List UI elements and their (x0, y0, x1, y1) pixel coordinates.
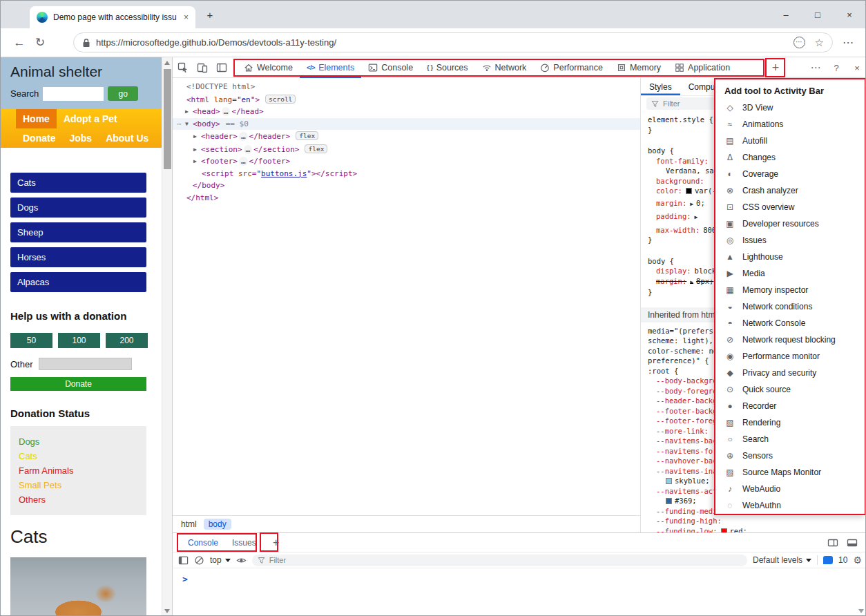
tree-node-footer[interactable]: ▶<footer>…</footer> (173, 155, 640, 168)
back-button[interactable]: ← (9, 36, 30, 50)
nav-link[interactable]: Donate (16, 128, 62, 148)
page-actions-icon[interactable]: ⋯ (793, 37, 805, 48)
context-selector[interactable]: top (210, 555, 231, 565)
menu-item[interactable]: ⊕ Sensors (715, 447, 865, 464)
tab-console-drawer[interactable]: Console (181, 533, 225, 552)
console-filter-input[interactable]: Filter (252, 555, 747, 566)
menu-item[interactable]: ▣ Developer resources (715, 215, 865, 232)
menu-item[interactable]: ≈ Animations (715, 116, 865, 133)
tab-performance[interactable]: Performance (533, 57, 610, 78)
menu-item[interactable]: ▧ Rendering (715, 414, 865, 431)
tab-styles[interactable]: Styles (641, 78, 680, 95)
console-prompt-area[interactable]: > (173, 568, 866, 616)
collapse-icon[interactable]: ▼ (185, 118, 193, 131)
expand-icon[interactable]: ▶ (185, 106, 193, 118)
tab-network[interactable]: Network (475, 57, 534, 78)
new-tab-button[interactable]: + (204, 9, 216, 21)
tree-node-header[interactable]: ▶<header>…</header>flex (173, 130, 640, 143)
shorthand-expand-icon[interactable]: ▶ (695, 214, 698, 220)
tab-console[interactable]: Console (361, 57, 420, 78)
donate-button[interactable]: Donate (10, 377, 146, 391)
menu-item[interactable]: ◌ WebAuthn (715, 497, 865, 514)
tab-close-icon[interactable]: × (184, 12, 189, 22)
nav-link[interactable]: Home (16, 109, 57, 128)
console-sidebar-icon[interactable] (178, 555, 189, 566)
color-swatch[interactable] (666, 498, 672, 504)
scroll-up-icon[interactable] (164, 61, 170, 65)
expand-icon[interactable]: ▶ (193, 155, 201, 168)
node-menu-icon[interactable]: ⋯ (177, 118, 185, 131)
flex-badge[interactable]: flex (296, 131, 318, 140)
other-amount-input[interactable] (39, 358, 132, 370)
address-bar[interactable]: https://microsoftedge.github.io/Demos/de… (73, 32, 833, 52)
menu-item[interactable]: ◐ Coverage (715, 166, 865, 182)
menu-item[interactable]: ⊗ Crash analyzer (715, 182, 865, 199)
tab-elements[interactable]: </> Elements (300, 57, 361, 78)
menu-item[interactable]: ● Recorder (715, 398, 865, 414)
menu-item[interactable]: ▲ Lighthouse (715, 249, 865, 265)
menu-item[interactable]: ◒ Network conditions (715, 298, 865, 315)
amount-button[interactable]: 200 (106, 333, 148, 348)
console-settings-gear-icon[interactable]: ⚙ (853, 555, 862, 566)
refresh-button[interactable]: ↻ (30, 35, 50, 50)
color-swatch[interactable] (686, 188, 692, 194)
style-declaration[interactable]: --funding-low:red; (648, 526, 866, 533)
add-drawer-tool-button[interactable]: + (269, 537, 284, 549)
category-button[interactable]: Dogs (10, 198, 146, 218)
menu-item[interactable]: ◓ Network Console (715, 315, 865, 331)
menu-item[interactable]: ◇ 3D View (715, 99, 865, 116)
expand-icon[interactable]: ▶ (193, 131, 201, 143)
breadcrumb-body[interactable]: body (204, 519, 231, 530)
menu-item[interactable]: ▦ Memory inspector (715, 282, 865, 298)
menu-item[interactable]: ▨ Source Maps Monitor (715, 464, 865, 481)
menu-item[interactable]: ⊙ Quick source (715, 381, 865, 398)
scroll-down-icon[interactable] (858, 609, 864, 613)
add-tool-button[interactable]: + (768, 59, 783, 76)
category-button[interactable]: Alpacas (10, 272, 146, 292)
focus-panel-icon[interactable] (213, 59, 231, 77)
category-button[interactable]: Sheep (10, 222, 146, 242)
scroll-badge[interactable]: scroll (265, 95, 296, 104)
inline-expand-icon[interactable]: … (239, 157, 248, 166)
scroll-down-icon[interactable] (164, 609, 170, 613)
expand-drawer-icon[interactable] (847, 537, 858, 548)
inline-expand-icon[interactable]: … (239, 132, 248, 141)
inline-expand-icon[interactable]: … (244, 145, 253, 154)
nav-link[interactable]: About Us (99, 128, 155, 148)
inspect-icon[interactable] (174, 59, 192, 77)
tree-node-head[interactable]: ▶<head>…</head> (173, 106, 640, 118)
shorthand-expand-icon[interactable]: ▶ (690, 201, 693, 207)
tree-node-body[interactable]: ⋯▼<body>== $0 (173, 118, 640, 131)
menu-item[interactable]: ▶ Media (715, 265, 865, 282)
amount-button[interactable]: 100 (58, 333, 100, 348)
nav-link[interactable]: Jobs (62, 128, 99, 148)
menu-item[interactable]: ◉ Performance monitor (715, 348, 865, 365)
devtools-help-icon[interactable]: ? (827, 57, 845, 78)
live-expression-eye-icon[interactable] (236, 555, 247, 566)
favorite-star-icon[interactable]: ☆ (815, 37, 824, 49)
menu-item[interactable]: ◎ Issues (715, 232, 865, 249)
menu-item[interactable]: ○ Search (715, 431, 865, 447)
tab-memory[interactable]: Memory (610, 57, 668, 78)
inline-expand-icon[interactable]: … (222, 107, 231, 116)
tab-welcome[interactable]: Welcome (237, 57, 300, 78)
category-button[interactable]: Horses (10, 247, 146, 267)
scrollbar-thumb[interactable] (164, 69, 171, 169)
search-go-button[interactable]: go (108, 86, 138, 101)
breadcrumb-html[interactable]: html (181, 519, 197, 529)
dock-split-icon[interactable] (827, 537, 838, 548)
nav-link[interactable]: Adopt a Pet (57, 109, 124, 128)
menu-item[interactable]: ⊡ CSS overview (715, 199, 865, 215)
maximize-button[interactable]: □ (802, 1, 834, 28)
tab-sources[interactable]: { } Sources (420, 57, 474, 78)
search-input[interactable] (43, 87, 104, 101)
expand-icon[interactable]: ▶ (193, 144, 201, 156)
color-swatch[interactable] (666, 478, 672, 484)
minimize-button[interactable]: – (770, 1, 802, 28)
browser-menu-icon[interactable]: ⋯ (838, 36, 858, 49)
devtools-close-icon[interactable]: × (848, 57, 866, 78)
menu-item[interactable]: ◆ Privacy and security (715, 365, 865, 381)
menu-item[interactable]: ⊘ Network request blocking (715, 331, 865, 348)
tree-node-doctype[interactable]: <!DOCTYPE html> (173, 81, 640, 93)
devtools-more-icon[interactable]: ⋯ (807, 57, 825, 78)
